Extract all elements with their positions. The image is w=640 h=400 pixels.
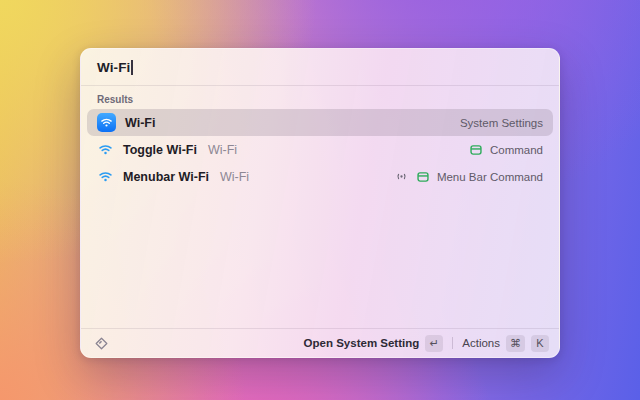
result-row-menubar-wifi[interactable]: Menubar Wi-Fi Wi-Fi Menu Bar Comma bbox=[87, 163, 553, 190]
actions-button[interactable]: Actions ⌘ K bbox=[462, 335, 549, 352]
primary-action-button[interactable]: Open System Setting ↵ bbox=[304, 335, 444, 352]
result-title: Menubar Wi-Fi bbox=[123, 170, 209, 184]
cmd-keycap: ⌘ bbox=[506, 335, 525, 352]
result-row-wifi[interactable]: Wi-Fi System Settings bbox=[87, 109, 553, 136]
results-list: Wi-Fi System Settings Toggle Wi-Fi Wi-Fi bbox=[81, 109, 559, 190]
result-row-toggle-wifi[interactable]: Toggle Wi-Fi Wi-Fi Command bbox=[87, 136, 553, 163]
result-subtitle: Wi-Fi bbox=[220, 170, 249, 184]
results-section-header: Results bbox=[81, 86, 559, 109]
text-caret bbox=[131, 60, 133, 75]
command-icon bbox=[469, 143, 483, 157]
wifi-icon bbox=[97, 168, 114, 185]
result-title: Toggle Wi-Fi bbox=[123, 143, 197, 157]
raycast-logo-icon bbox=[93, 335, 110, 352]
menubar-broadcast-icon bbox=[395, 170, 409, 184]
primary-action-label: Open System Setting bbox=[304, 337, 420, 349]
enter-keycap: ↵ bbox=[425, 335, 443, 352]
launcher-window: Wi-Fi Results Wi-Fi System Settings bbox=[80, 48, 560, 358]
actions-label: Actions bbox=[462, 337, 500, 349]
k-keycap: K bbox=[531, 335, 549, 352]
wifi-app-icon bbox=[97, 113, 116, 132]
action-bar: Open System Setting ↵ Actions ⌘ K bbox=[81, 328, 559, 357]
wifi-icon bbox=[97, 141, 114, 158]
result-title: Wi-Fi bbox=[125, 116, 155, 130]
result-accessory: Command bbox=[490, 144, 543, 156]
result-accessory: System Settings bbox=[460, 117, 543, 129]
empty-area bbox=[81, 190, 559, 328]
result-subtitle: Wi-Fi bbox=[208, 143, 237, 157]
command-icon bbox=[416, 170, 430, 184]
footer-divider bbox=[452, 337, 453, 349]
result-accessory: Menu Bar Command bbox=[437, 171, 543, 183]
search-value: Wi-Fi bbox=[97, 60, 130, 75]
search-input[interactable]: Wi-Fi bbox=[81, 49, 559, 86]
